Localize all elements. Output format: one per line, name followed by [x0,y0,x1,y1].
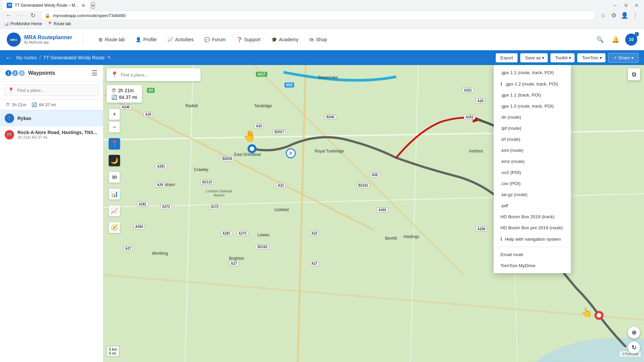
map-search-box[interactable]: 📍 [107,68,201,81]
waypoint-num-1: 1 [5,70,11,76]
nav-forum[interactable]: 💬 Forum [200,34,230,45]
waypoint-item-start[interactable]: 📍 Rykas [0,110,103,126]
shop-icon: 🛍 [309,37,314,42]
bookmark-promonitor[interactable]: 📊 ProMonitor Home [4,21,42,26]
dropdown-trf-route[interactable]: .trf (route) [494,134,571,145]
breadcrumb-separator: / [39,55,41,60]
waypoint-num-2: 2 [12,70,18,76]
zoom-in-button[interactable]: + [109,109,120,120]
address-bar[interactable]: 🔒 myrouteapp.com/route/open/7348490 [40,11,596,20]
svg-text:✕: ✕ [288,150,293,156]
bookmark-routelab[interactable]: 📍 Route lab [47,21,71,26]
save-as-dropdown-icon: ▾ [542,55,544,60]
scale-mi: 5 mi [109,351,117,355]
analytics-button[interactable]: 📈 [109,205,120,217]
nav-route-lab[interactable]: ⊞ Route lab [94,34,129,45]
waypoint-name-start: Rykas [17,116,98,121]
window-minimize-button[interactable]: ─ [610,1,620,10]
window-maximize-button[interactable]: ⧉ [621,1,631,10]
tab-close-button[interactable]: ✕ [81,2,86,9]
save-as-button[interactable]: Save as ▾ [520,53,548,62]
header-action-buttons: Export Save as ▾ Toolkit ▾ TomTom ▾ ↗ Sh… [496,53,639,63]
nav-activities[interactable]: 📈 Activities [163,34,198,45]
dropdown-gpx10-route-track-poi[interactable]: .gpx 1.0 (route, track, POI) [494,101,571,112]
dropdown-gpx11-route-track-poi[interactable]: .gpx 1.1 (route, track, POI) [494,67,571,78]
dropdown-tpf-route[interactable]: .tpf (route) [494,123,571,134]
waypoint-info-start: Rykas [17,116,98,121]
dropdown-gpx11-track-poi[interactable]: .gpx 1.1 (track, POI) [494,89,571,101]
avatar-text: 10 [629,37,634,42]
share-dropdown-icon: ▾ [631,55,634,60]
dropdown-kml-route[interactable]: .kml (route) [494,145,571,156]
map-dark-button[interactable]: 🌙 [109,155,120,166]
search-button[interactable]: 🔍 [594,34,606,45]
new-tab-button[interactable]: + [91,2,95,9]
map-refresh-button[interactable]: ↻ [628,342,640,354]
elevation-button[interactable]: 📊 [109,188,120,200]
waypoint-item-end[interactable]: 🏁 Rock-A-Nore Road, Hastings, TN3... 2h … [0,126,103,143]
back-navigation-button[interactable]: ← [5,54,12,62]
app-header: MRA MRA Routeplanner By MyRoute·app ⊞ Ro… [0,29,644,50]
dropdown-gpx12-route-track-poi[interactable]: ℹ .gpx 1.2 (route, track, POI) [494,78,571,89]
export-button[interactable]: Export [496,53,518,62]
dropdown-ov2-poi[interactable]: .ov2 (POI) [494,167,571,178]
plus-badge: + [635,32,639,36]
sidebar-menu-button[interactable]: ☰ [92,69,98,77]
dropdown-item-label: .tar.gz (route) [500,192,527,197]
dropdown-item-label: TomTom MyDrive [500,263,535,268]
browser-action-buttons: ☆ ⚙ 👤 ⋮ [598,11,640,20]
share-icon: ↗ [613,55,617,60]
nav-support[interactable]: ❓ Support [232,34,265,45]
star-button[interactable]: ☆ [598,11,608,20]
dropdown-pdf[interactable]: .pdf [494,200,571,211]
nav-shop[interactable]: 🛍 Shop [305,34,332,45]
back-button[interactable]: ← [4,11,13,20]
dropdown-targz-route[interactable]: .tar.gz (route) [494,189,571,200]
zoom-out-button[interactable]: − [109,121,120,133]
dropdown-tomtom-mydrive[interactable]: TomTom MyDrive [494,260,571,271]
tab-bar: 🗺 TT Generatated Windy Route – M... ✕ + … [0,0,644,11]
compass-button[interactable]: 🧭 [109,222,120,233]
dropdown-itn-route[interactable]: .itn (route) [494,112,571,123]
tomtom-button[interactable]: TomTom ▾ [577,53,605,62]
more-button[interactable]: ⋮ [631,11,640,20]
window-close-button[interactable]: ✕ [632,1,641,10]
map-time-value: 2h 21m [118,88,134,93]
map-area[interactable]: ✕ 🤚 👆 Redhill Tandridge Sevenoaks East G… [103,65,644,362]
dropdown-divider [494,247,571,247]
route-edit-icon[interactable]: ✎ [107,55,111,60]
map-search-input[interactable] [121,72,197,77]
map-stats-box: ⏱ 2h 21m 🔄 64.37 mi [107,85,142,103]
toolkit-button[interactable]: Toolkit ▾ [550,53,575,62]
nav-academy[interactable]: 🎓 Academy [267,34,303,45]
distance-icon: 🔄 [32,102,37,107]
dropdown-hd-boom-box-pre2019[interactable]: HD Boom Box pre 2019 (route) [494,222,571,233]
layers-button[interactable]: ⧉ [628,68,640,80]
dropdown-help-navigation[interactable]: ℹ Help with navigation system [494,233,571,245]
extensions-button[interactable]: ⚙ [609,11,619,20]
reload-button[interactable]: ↻ [28,11,38,20]
forward-button[interactable]: → [16,11,25,20]
breadcrumb-home-link[interactable]: My routes [16,55,37,60]
nav-profile[interactable]: 👤 Profile [131,34,161,45]
dropdown-hd-boom-box-2019[interactable]: HD Boom Box 2019 (track) [494,211,571,222]
map-gps-button[interactable]: ⊕ [628,326,640,339]
sidebar: 1 2 3 Waypoints ☰ 📍 ⏱ 2h 21m 🔄 64.37 mi [0,65,103,362]
address-text: myrouteapp.com/route/open/7348490 [53,13,126,18]
map-distance-stat: 🔄 64.37 mi [111,95,137,100]
browser-tab-active[interactable]: 🗺 TT Generatated Windy Route – M... ✕ [3,0,90,11]
browser-controls: ← → ↻ 🔒 myrouteapp.com/route/open/734849… [0,11,644,20]
waypoint-name-end: Rock-A-Nore Road, Hastings, TN3... [17,130,98,135]
dropdown-email-route[interactable]: Email route [494,249,571,260]
3d-button[interactable]: 3D [109,172,120,183]
map-distance-icon: 🔄 [111,95,117,100]
share-button[interactable]: ↗ Share ▾ [608,53,639,63]
breadcrumb-current-page: TT Generatated Windy Route [43,55,105,60]
notification-button[interactable]: 🔔 [610,34,621,45]
sidebar-search-input[interactable] [17,88,95,93]
dropdown-kmz-route[interactable]: .kmz (route) [494,156,571,167]
browser-chrome: 🗺 TT Generatated Windy Route – M... ✕ + … [0,0,644,19]
dropdown-csv-poi[interactable]: .csv (POI) [494,178,571,189]
location-button[interactable]: 📍 [109,138,120,149]
profile-button[interactable]: 👤 [620,11,629,20]
